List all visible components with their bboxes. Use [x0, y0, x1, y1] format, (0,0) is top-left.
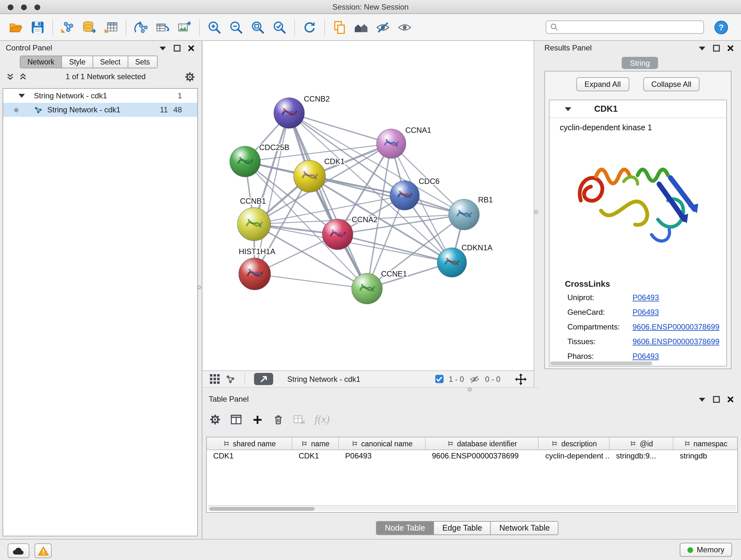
network-node-CCNA1[interactable] — [377, 129, 406, 159]
delete-column-trash-icon[interactable] — [273, 414, 284, 425]
control-panel-float-icon[interactable] — [172, 43, 182, 53]
show-columns-icon[interactable] — [230, 413, 243, 426]
selected-checkbox[interactable] — [435, 375, 444, 383]
import-table-button[interactable] — [102, 17, 121, 37]
hide-selected-button[interactable] — [374, 17, 393, 37]
apply-layout-button[interactable] — [300, 17, 319, 37]
tab-network-table[interactable]: Network Table — [490, 521, 559, 535]
crosslink-genecard-link[interactable]: P06493 — [632, 308, 659, 317]
crosslink-label: GeneCard: — [567, 308, 632, 317]
column-type-icon — [630, 440, 636, 447]
network-node-HIST1H1A[interactable] — [239, 258, 271, 290]
tab-node-table[interactable]: Node Table — [376, 521, 434, 535]
column-header-database-identifier[interactable]: database identifier — [425, 437, 539, 449]
warnings-button[interactable] — [35, 543, 52, 558]
scrollbar-thumb[interactable] — [209, 507, 315, 510]
network-node-CCNA2[interactable] — [322, 219, 353, 250]
table-horizontal-scrollbar[interactable] — [208, 505, 736, 511]
network-node-RB1[interactable] — [449, 199, 479, 230]
search-input[interactable] — [562, 23, 699, 32]
pan-move-icon[interactable] — [515, 373, 527, 385]
home-networks-button[interactable] — [352, 17, 371, 37]
table-settings-gear-icon[interactable] — [209, 414, 221, 425]
zoom-selected-button[interactable] — [270, 17, 289, 37]
crosslink-compartments-link[interactable]: 9606.ENSP00000378699 — [632, 322, 719, 331]
export-image-button[interactable] — [175, 17, 194, 37]
network-edge[interactable] — [254, 113, 289, 224]
control-panel-tabs: Network Style Select Sets — [20, 56, 202, 68]
open-session-button[interactable] — [6, 17, 25, 37]
help-button[interactable]: ? — [712, 17, 731, 37]
control-panel-title: Control Panel — [6, 44, 52, 52]
control-panel-menu-chevron-icon[interactable] — [158, 43, 168, 53]
network-canvas[interactable]: CCNB2CCNA1CDC25BCDK1CDC6RB1CCNB1CCNA2CDK… — [203, 41, 534, 370]
network-collection-row[interactable]: String Network - cdk1 1 — [3, 89, 197, 103]
network-row[interactable]: String Network - cdk1 11 48 — [3, 103, 197, 117]
network-node-CDC25B[interactable] — [230, 146, 260, 177]
network-from-table-button[interactable] — [153, 17, 172, 37]
zoom-in-button[interactable] — [205, 17, 224, 37]
tab-style[interactable]: Style — [61, 56, 93, 68]
search-box[interactable] — [546, 20, 704, 34]
horizontal-splitter[interactable] — [203, 387, 539, 392]
tab-edge-table[interactable]: Edge Table — [433, 521, 491, 535]
expand-all-networks-icon[interactable] — [19, 73, 27, 80]
birdseye-view-button[interactable] — [254, 373, 273, 385]
column-header-shared-name[interactable]: shared name — [207, 437, 292, 449]
gene-disclosure-icon[interactable] — [565, 107, 571, 111]
column-header-description[interactable]: description — [539, 437, 610, 449]
expand-all-button[interactable]: Expand All — [576, 77, 629, 91]
show-all-button[interactable] — [395, 17, 414, 37]
column-header-id[interactable]: @id — [610, 437, 673, 449]
tab-sets[interactable]: Sets — [127, 56, 157, 68]
memory-button[interactable]: Memory — [679, 543, 732, 557]
network-node-CDKN1A[interactable] — [437, 248, 467, 277]
column-header-canonical-name[interactable]: canonical name — [339, 437, 426, 449]
network-node-CDK1[interactable] — [293, 160, 326, 192]
import-network-button[interactable] — [58, 17, 77, 37]
network-edge[interactable] — [255, 274, 367, 289]
control-panel-splitter-grip[interactable] — [197, 286, 201, 289]
table-panel-close-icon[interactable] — [725, 394, 735, 404]
zoom-out-button[interactable] — [226, 17, 246, 37]
vertical-splitter[interactable] — [534, 41, 539, 392]
crosslink-tissues-link[interactable]: 9606.ENSP00000378699 — [632, 337, 719, 346]
control-panel-close-icon[interactable] — [186, 43, 196, 53]
tab-network[interactable]: Network — [20, 56, 62, 68]
network-selection-summary: 1 of 1 Network selected — [32, 72, 179, 81]
crosslink-pharos-link[interactable]: P06493 — [632, 352, 659, 361]
results-panel-close-icon[interactable] — [725, 43, 735, 53]
column-header-name[interactable]: name — [292, 437, 339, 449]
grid-view-icon[interactable] — [209, 374, 220, 384]
protein-structure-image — [561, 140, 717, 260]
copy-document-button[interactable] — [330, 17, 349, 37]
import-network-from-database-button[interactable] — [80, 17, 99, 37]
network-edge[interactable] — [289, 113, 391, 144]
database-import-icon — [82, 19, 97, 35]
table-panel-float-icon[interactable] — [711, 394, 721, 404]
tab-select[interactable]: Select — [92, 56, 128, 68]
network-node-CDC6[interactable] — [390, 181, 419, 210]
collection-disclosure-icon[interactable] — [18, 94, 25, 98]
network-options-gear-icon[interactable] — [185, 71, 195, 82]
table-panel-menu-chevron-icon[interactable] — [697, 394, 707, 404]
zoom-fit-button[interactable] — [248, 17, 267, 37]
results-panel-float-icon[interactable] — [711, 43, 721, 53]
table-row[interactable]: CDK1 CDK1 P06493 9606.ENSP00000378699 cy… — [207, 450, 737, 462]
network-edge[interactable] — [289, 113, 367, 289]
crosslink-uniprot-link[interactable]: P06493 — [632, 293, 659, 302]
new-network-button[interactable] — [131, 17, 151, 37]
cloud-button[interactable] — [8, 543, 29, 558]
network-node-CCNB1[interactable] — [238, 207, 271, 241]
network-share-icon[interactable] — [225, 374, 235, 384]
string-results-tab[interactable]: String — [622, 57, 658, 69]
save-session-button[interactable] — [28, 17, 47, 37]
results-horizontal-scrollbar[interactable] — [550, 361, 652, 365]
collapse-all-networks-icon[interactable] — [6, 73, 14, 80]
add-column-icon[interactable] — [252, 414, 264, 426]
network-node-CCNE1[interactable] — [352, 273, 382, 304]
column-header-namespace[interactable]: namespac — [673, 437, 737, 449]
network-node-CCNB2[interactable] — [274, 98, 305, 128]
results-panel-menu-chevron-icon[interactable] — [697, 43, 707, 53]
collapse-all-button[interactable]: Collapse All — [643, 77, 699, 91]
